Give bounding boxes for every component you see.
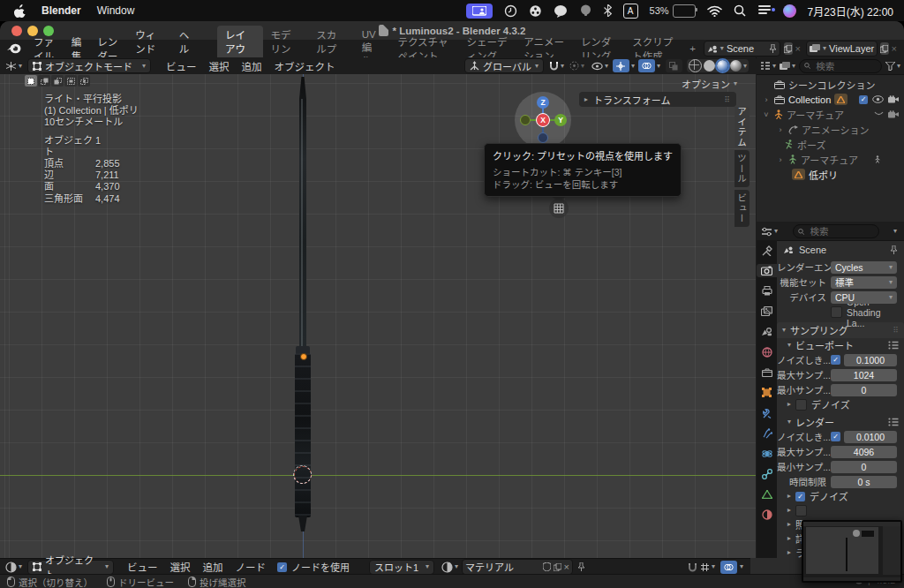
copy-icon[interactable] <box>554 563 561 571</box>
material-name-field[interactable]: マテリアル × <box>462 559 573 575</box>
menu-bar-clock[interactable]: 7月23日(水) 22:00 <box>808 4 893 19</box>
vp-noise-checkbox[interactable]: ✓ <box>831 355 840 365</box>
expander-icon[interactable]: › <box>776 155 785 164</box>
new-scene-button[interactable] <box>784 42 792 55</box>
pin-icon[interactable] <box>890 245 898 254</box>
pin-icon[interactable] <box>577 562 585 571</box>
outliner-sync-dropdown[interactable]: ▾ <box>780 62 795 71</box>
transform-orientation-dropdown[interactable]: グローバル ▾ <box>464 58 544 73</box>
shader-snap-target-dropdown[interactable]: ▾ <box>700 562 715 572</box>
tab-constraints[interactable] <box>757 467 777 480</box>
shader-snap-icon[interactable] <box>688 562 697 572</box>
tab-view-layer[interactable] <box>757 305 777 318</box>
timer-menu-icon[interactable] <box>504 4 517 18</box>
viewport-menu-object[interactable]: オブジェクト <box>268 59 342 73</box>
shader-overlays-toggle[interactable] <box>720 561 737 574</box>
material-slot-dropdown[interactable]: スロット1 ▾ <box>369 560 434 575</box>
wifi-menu-icon[interactable] <box>707 5 722 17</box>
add-workspace-button[interactable]: + <box>682 41 704 56</box>
expander-icon[interactable]: › <box>762 95 771 104</box>
chat-app-menu-icon[interactable] <box>554 4 568 18</box>
r-denoise-row[interactable]: ▾ ✓ デノイズ <box>777 489 904 503</box>
mode-dropdown[interactable]: オブジェクトモード ▾ <box>27 58 151 73</box>
sword-scabbard-object[interactable] <box>295 353 311 517</box>
editor-type-properties-button[interactable]: ▾ <box>761 227 778 237</box>
shader-menu-node[interactable]: ノード <box>230 560 273 574</box>
snap-dropdown[interactable]: ▾ <box>549 61 564 71</box>
shading-rendered-button[interactable] <box>730 60 742 72</box>
collapsed-checkbox[interactable] <box>795 505 807 516</box>
shader-menu-select[interactable]: 選択 <box>164 560 197 574</box>
render-subsection-header[interactable]: ▾ レンダー <box>777 415 904 429</box>
presets-icon[interactable] <box>888 418 899 426</box>
r-min-samples-field[interactable]: 0 <box>831 461 897 473</box>
keyboard-menu-icon[interactable] <box>757 5 772 16</box>
navigation-gizmo[interactable]: Z Y X <box>515 92 571 148</box>
time-limit-field[interactable]: 0 s <box>831 476 897 488</box>
viewport-menu-view[interactable]: ビュー <box>160 59 203 73</box>
outliner-search-input[interactable] <box>814 60 877 72</box>
show-overlays-toggle[interactable] <box>638 59 655 72</box>
disable-render-camera-icon[interactable] <box>888 95 899 103</box>
tab-physics[interactable] <box>757 447 777 460</box>
shader-type-dropdown[interactable]: オブジェクト ▾ <box>27 560 114 575</box>
feature-set-dropdown[interactable]: 標準 ▾ <box>831 276 897 289</box>
use-nodes-checkbox[interactable]: ✓ <box>277 562 287 572</box>
collection-checkbox[interactable]: ✓ <box>859 95 868 104</box>
shader-menu-add[interactable]: 追加 <box>197 560 230 574</box>
shading-solid-button[interactable] <box>704 60 715 72</box>
npanel-tab-item[interactable]: アイテム <box>734 107 750 147</box>
xray-toggle[interactable] <box>666 59 682 72</box>
options-dropdown[interactable]: オプション ▾ <box>682 77 737 91</box>
scene-selector[interactable]: ▾ Scene <box>704 41 780 57</box>
editor-type-shader-button[interactable]: ▾ <box>0 562 27 573</box>
tab-tool[interactable] <box>757 244 777 257</box>
viewport-3d[interactable]: ライト・平行投影 (1) Collection | 低ポリ 10センチメートル … <box>0 74 756 558</box>
gizmo-y-negative[interactable] <box>520 115 531 125</box>
gizmo-z-axis[interactable]: Z <box>537 96 549 109</box>
screen-sharing-indicator-icon[interactable] <box>466 4 493 19</box>
select-intersect-button[interactable] <box>78 75 90 87</box>
properties-search[interactable] <box>793 224 879 238</box>
hide-eye-icon[interactable] <box>872 95 884 103</box>
remove-viewlayer-button[interactable]: × <box>892 43 897 54</box>
device-dropdown[interactable]: CPU ▾ <box>831 291 897 304</box>
vpn-menu-icon[interactable] <box>579 4 592 17</box>
viewlayer-selector[interactable]: ▾ ViewLayer <box>806 41 878 57</box>
viewport-subsection-header[interactable]: ▾ ビューポート <box>777 338 904 352</box>
chevron-down-icon[interactable]: ▾ <box>657 63 660 70</box>
collapsed-row-1[interactable]: ▾ <box>777 503 904 517</box>
screen-share-preview[interactable] <box>802 520 902 583</box>
r-noise-value-field[interactable]: 0.0100 <box>844 431 897 443</box>
vp-denoise-checkbox[interactable] <box>795 399 807 411</box>
use-nodes-toggle[interactable]: ✓ ノードを使用 <box>277 560 350 574</box>
visibility-dropdown[interactable]: ▾ <box>591 62 608 71</box>
gizmo-y-axis[interactable]: Y <box>554 114 567 126</box>
blender-logo-icon[interactable] <box>0 43 26 54</box>
sword-tip-object[interactable] <box>298 516 307 531</box>
outliner-search[interactable] <box>799 59 882 73</box>
r-max-samples-field[interactable]: 4096 <box>831 446 897 458</box>
macos-app-menu[interactable]: Blender <box>41 4 81 17</box>
vp-min-samples-field[interactable]: 0 <box>831 384 897 396</box>
sampling-section-header[interactable]: ▾ サンプリング ⠿ <box>777 322 904 338</box>
editor-type-3d-viewport-button[interactable]: ▾ <box>0 61 27 72</box>
expander-icon[interactable]: › <box>776 125 785 134</box>
npanel-tab-view[interactable]: ビュー <box>734 190 750 227</box>
tab-modifiers[interactable] <box>757 406 777 419</box>
unlink-scene-button[interactable]: × <box>795 43 801 54</box>
osl-checkbox[interactable] <box>831 306 842 318</box>
shading-material-preview-button[interactable] <box>717 60 728 72</box>
toggle-orthographic-button[interactable] <box>549 199 569 218</box>
unlink-material-button[interactable]: × <box>564 562 569 572</box>
show-gizmo-toggle[interactable] <box>613 59 629 72</box>
apple-logo-icon[interactable] <box>14 4 26 18</box>
outliner-row-collection[interactable]: › Collection ✓ <box>757 92 904 107</box>
bluetooth-menu-icon[interactable] <box>604 4 612 17</box>
outliner-row-animation[interactable]: › アニメーション <box>757 122 904 137</box>
tab-particles[interactable] <box>757 426 777 440</box>
outliner-row-armature[interactable]: ˅ アーマチュア <box>757 107 904 122</box>
new-viewlayer-button[interactable] <box>880 42 888 55</box>
r-noise-checkbox[interactable]: ✓ <box>831 432 840 441</box>
fake-user-shield-icon[interactable] <box>543 562 551 571</box>
